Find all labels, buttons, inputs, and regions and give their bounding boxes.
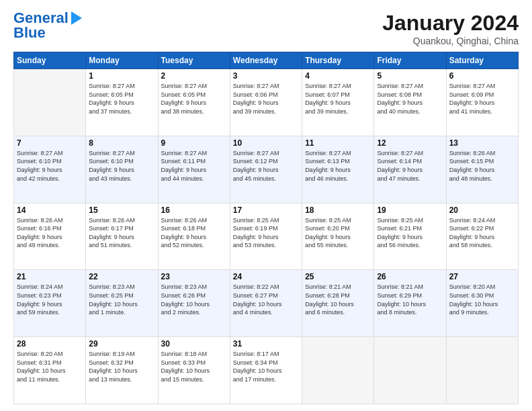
day-info: Sunrise: 8:19 AM Sunset: 6:32 PM Dayligh… xyxy=(89,350,154,383)
day-number: 11 xyxy=(305,138,371,148)
calendar-cell: 4Sunrise: 8:27 AM Sunset: 6:07 PM Daylig… xyxy=(302,69,374,136)
logo-triangle xyxy=(71,11,82,25)
day-number: 7 xyxy=(17,138,83,148)
calendar-cell: 15Sunrise: 8:26 AM Sunset: 6:17 PM Dayli… xyxy=(86,203,158,270)
calendar-cell: 11Sunrise: 8:27 AM Sunset: 6:13 PM Dayli… xyxy=(302,136,374,203)
day-number: 17 xyxy=(233,205,299,215)
day-info: Sunrise: 8:23 AM Sunset: 6:25 PM Dayligh… xyxy=(89,283,154,316)
calendar-cell: 1Sunrise: 8:27 AM Sunset: 6:05 PM Daylig… xyxy=(86,69,158,136)
day-number: 29 xyxy=(89,339,154,349)
weekday-header-saturday: Saturday xyxy=(446,52,518,69)
day-number: 26 xyxy=(377,272,443,281)
day-info: Sunrise: 8:20 AM Sunset: 6:30 PM Dayligh… xyxy=(449,283,515,316)
main-title: January 2024 xyxy=(382,11,519,36)
day-number: 13 xyxy=(449,138,515,148)
day-number: 6 xyxy=(449,71,515,81)
calendar-cell: 18Sunrise: 8:25 AM Sunset: 6:20 PM Dayli… xyxy=(302,203,374,270)
day-number: 19 xyxy=(377,205,443,215)
calendar-table: SundayMondayTuesdayWednesdayThursdayFrid… xyxy=(13,52,519,404)
day-number: 5 xyxy=(377,71,443,81)
calendar-cell: 3Sunrise: 8:27 AM Sunset: 6:06 PM Daylig… xyxy=(230,69,302,136)
day-info: Sunrise: 8:20 AM Sunset: 6:31 PM Dayligh… xyxy=(17,350,83,383)
day-info: Sunrise: 8:27 AM Sunset: 6:14 PM Dayligh… xyxy=(377,149,443,183)
day-info: Sunrise: 8:24 AM Sunset: 6:23 PM Dayligh… xyxy=(17,283,83,316)
calendar-cell xyxy=(374,337,446,404)
day-number: 31 xyxy=(233,339,299,349)
day-info: Sunrise: 8:25 AM Sunset: 6:20 PM Dayligh… xyxy=(305,216,371,250)
day-info: Sunrise: 8:27 AM Sunset: 6:08 PM Dayligh… xyxy=(377,82,443,116)
day-info: Sunrise: 8:26 AM Sunset: 6:17 PM Dayligh… xyxy=(89,216,154,250)
day-number: 16 xyxy=(161,205,227,215)
day-info: Sunrise: 8:18 AM Sunset: 6:33 PM Dayligh… xyxy=(161,350,227,383)
calendar-cell xyxy=(446,337,518,404)
calendar-cell: 31Sunrise: 8:17 AM Sunset: 6:34 PM Dayli… xyxy=(230,337,302,404)
weekday-header-tuesday: Tuesday xyxy=(158,52,230,69)
day-number: 18 xyxy=(305,205,371,215)
calendar-cell: 14Sunrise: 8:26 AM Sunset: 6:16 PM Dayli… xyxy=(14,203,86,270)
calendar-cell xyxy=(302,337,374,404)
day-number: 30 xyxy=(161,339,227,349)
day-info: Sunrise: 8:25 AM Sunset: 6:21 PM Dayligh… xyxy=(377,216,443,250)
day-number: 27 xyxy=(449,272,515,281)
logo: General Blue xyxy=(13,11,82,40)
day-number: 23 xyxy=(161,272,227,281)
weekday-header-monday: Monday xyxy=(86,52,158,69)
calendar-cell: 21Sunrise: 8:24 AM Sunset: 6:23 PM Dayli… xyxy=(14,270,86,337)
calendar-cell: 10Sunrise: 8:27 AM Sunset: 6:12 PM Dayli… xyxy=(230,136,302,203)
weekday-header-row: SundayMondayTuesdayWednesdayThursdayFrid… xyxy=(14,52,519,69)
calendar-cell: 23Sunrise: 8:23 AM Sunset: 6:26 PM Dayli… xyxy=(158,270,230,337)
calendar-cell xyxy=(14,69,86,136)
day-number: 4 xyxy=(305,71,371,81)
week-row-5: 28Sunrise: 8:20 AM Sunset: 6:31 PM Dayli… xyxy=(14,337,519,404)
calendar-cell: 20Sunrise: 8:24 AM Sunset: 6:22 PM Dayli… xyxy=(446,203,518,270)
day-info: Sunrise: 8:26 AM Sunset: 6:18 PM Dayligh… xyxy=(161,216,227,250)
day-info: Sunrise: 8:23 AM Sunset: 6:26 PM Dayligh… xyxy=(161,283,227,316)
day-info: Sunrise: 8:27 AM Sunset: 6:10 PM Dayligh… xyxy=(89,149,154,183)
header: General Blue January 2024 Quankou, Qingh… xyxy=(13,11,519,46)
day-info: Sunrise: 8:27 AM Sunset: 6:12 PM Dayligh… xyxy=(233,149,299,183)
weekday-header-wednesday: Wednesday xyxy=(230,52,302,69)
day-number: 24 xyxy=(233,272,299,281)
day-info: Sunrise: 8:27 AM Sunset: 6:05 PM Dayligh… xyxy=(161,82,227,116)
calendar-cell: 29Sunrise: 8:19 AM Sunset: 6:32 PM Dayli… xyxy=(86,337,158,404)
calendar-cell: 7Sunrise: 8:27 AM Sunset: 6:10 PM Daylig… xyxy=(14,136,86,203)
day-info: Sunrise: 8:26 AM Sunset: 6:15 PM Dayligh… xyxy=(449,149,515,183)
calendar-cell: 12Sunrise: 8:27 AM Sunset: 6:14 PM Dayli… xyxy=(374,136,446,203)
calendar-cell: 19Sunrise: 8:25 AM Sunset: 6:21 PM Dayli… xyxy=(374,203,446,270)
title-block: January 2024 Quankou, Qinghai, China xyxy=(382,11,519,46)
day-info: Sunrise: 8:27 AM Sunset: 6:07 PM Dayligh… xyxy=(305,82,371,116)
day-info: Sunrise: 8:26 AM Sunset: 6:16 PM Dayligh… xyxy=(17,216,83,250)
day-info: Sunrise: 8:22 AM Sunset: 6:27 PM Dayligh… xyxy=(233,283,299,316)
day-info: Sunrise: 8:27 AM Sunset: 6:06 PM Dayligh… xyxy=(233,82,299,116)
weekday-header-friday: Friday xyxy=(374,52,446,69)
calendar-cell: 17Sunrise: 8:25 AM Sunset: 6:19 PM Dayli… xyxy=(230,203,302,270)
day-number: 21 xyxy=(17,272,83,281)
day-number: 14 xyxy=(17,205,83,215)
week-row-1: 1Sunrise: 8:27 AM Sunset: 6:05 PM Daylig… xyxy=(14,69,519,136)
weekday-header-thursday: Thursday xyxy=(302,52,374,69)
subtitle: Quankou, Qinghai, China xyxy=(382,36,519,46)
calendar-cell: 22Sunrise: 8:23 AM Sunset: 6:25 PM Dayli… xyxy=(86,270,158,337)
day-info: Sunrise: 8:27 AM Sunset: 6:09 PM Dayligh… xyxy=(449,82,515,116)
weekday-header-sunday: Sunday xyxy=(14,52,86,69)
day-number: 28 xyxy=(17,339,83,349)
calendar-cell: 16Sunrise: 8:26 AM Sunset: 6:18 PM Dayli… xyxy=(158,203,230,270)
calendar-cell: 27Sunrise: 8:20 AM Sunset: 6:30 PM Dayli… xyxy=(446,270,518,337)
day-number: 22 xyxy=(89,272,154,281)
calendar-cell: 5Sunrise: 8:27 AM Sunset: 6:08 PM Daylig… xyxy=(374,69,446,136)
day-info: Sunrise: 8:21 AM Sunset: 6:28 PM Dayligh… xyxy=(305,283,371,316)
calendar-cell: 30Sunrise: 8:18 AM Sunset: 6:33 PM Dayli… xyxy=(158,337,230,404)
day-number: 15 xyxy=(89,205,154,215)
calendar-cell: 8Sunrise: 8:27 AM Sunset: 6:10 PM Daylig… xyxy=(86,136,158,203)
day-info: Sunrise: 8:25 AM Sunset: 6:19 PM Dayligh… xyxy=(233,216,299,250)
day-number: 2 xyxy=(161,71,227,81)
page: General Blue January 2024 Quankou, Qingh… xyxy=(0,0,532,411)
day-number: 20 xyxy=(449,205,515,215)
logo-text-general: General xyxy=(13,11,69,26)
week-row-2: 7Sunrise: 8:27 AM Sunset: 6:10 PM Daylig… xyxy=(14,136,519,203)
calendar-cell: 9Sunrise: 8:27 AM Sunset: 6:11 PM Daylig… xyxy=(158,136,230,203)
week-row-3: 14Sunrise: 8:26 AM Sunset: 6:16 PM Dayli… xyxy=(14,203,519,270)
calendar-cell: 6Sunrise: 8:27 AM Sunset: 6:09 PM Daylig… xyxy=(446,69,518,136)
day-number: 10 xyxy=(233,138,299,148)
logo-text-blue: Blue xyxy=(13,26,46,40)
